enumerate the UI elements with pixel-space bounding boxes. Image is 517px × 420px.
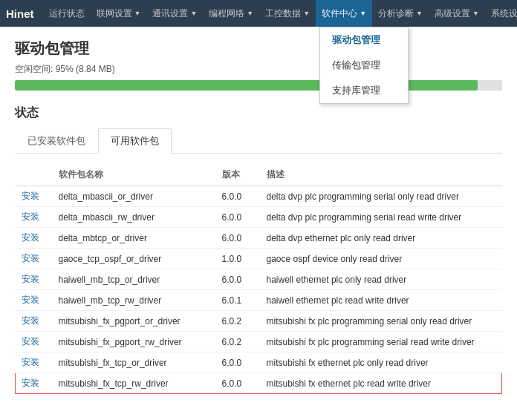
package-name: delta_mbascii_or_driver <box>53 186 216 207</box>
nav-item-通讯设置[interactable]: 通讯设置 ▼ <box>146 0 203 27</box>
package-name: mitsubishi_fx_pgport_or_driver <box>53 311 216 332</box>
tab-已安装软件包[interactable]: 已安装软件包 <box>15 128 98 154</box>
dropdown-item-支持库管理[interactable]: 支持库管理 <box>320 78 408 103</box>
install-action[interactable]: 安装 <box>16 207 53 228</box>
brand-logo: Hinet <box>6 7 34 20</box>
table-row: 安装gaoce_tcp_ospf_or_driver1.0.0gaoce osp… <box>16 249 502 269</box>
dropdown-item-传输包管理[interactable]: 传输包管理 <box>320 53 408 78</box>
package-desc: haiwell ethernet plc only read driver <box>261 269 502 290</box>
page-title: 驱动包管理 <box>15 39 502 59</box>
package-name: mitsubishi_fx_tcp_or_driver <box>53 352 216 373</box>
package-name: haiwell_mb_tcp_rw_driver <box>53 290 216 311</box>
install-button[interactable]: 安装 <box>22 336 39 347</box>
install-button[interactable]: 安装 <box>22 274 39 284</box>
package-version: 6.0.0 <box>216 186 261 207</box>
nav-item-分析诊断[interactable]: 分析诊断 ▼ <box>372 0 429 27</box>
package-desc: delta dvp ethernet plc only read driver <box>261 228 502 249</box>
main-content: 驱动包管理 空闲空间: 95% (8.84 MB) 状态 已安装软件包可用软件包… <box>0 27 517 406</box>
package-name: mitsubishi_fx_tcp_rw_driver <box>53 373 216 394</box>
tab-可用软件包[interactable]: 可用软件包 <box>98 128 172 154</box>
col-header-name: 软件包名称 <box>53 164 216 186</box>
chevron-down-icon: ▼ <box>247 10 253 17</box>
install-action[interactable]: 安装 <box>16 269 53 290</box>
install-action[interactable]: 安装 <box>16 352 53 373</box>
package-version: 6.0.2 <box>216 311 261 332</box>
package-version: 6.0.2 <box>216 332 261 352</box>
software-center-dropdown: 驱动包管理传输包管理支持库管理 <box>319 27 409 104</box>
navbar: Hinet 运行状态联网设置 ▼通讯设置 ▼编程网络 ▼工控数据 ▼软件中心 ▼… <box>0 0 517 27</box>
install-button[interactable]: 安装 <box>22 211 39 222</box>
table-row: 安装delta_mbascii_or_driver6.0.0delta dvp … <box>16 186 502 207</box>
table-row: 安装mitsubishi_fx_tcp_or_driver6.0.0mitsub… <box>16 352 502 373</box>
table-head: 软件包名称版本描述 <box>16 164 502 186</box>
table-row: 安装delta_mbtcp_or_driver6.0.0delta dvp et… <box>16 228 502 249</box>
package-version: 6.0.0 <box>216 269 261 290</box>
nav-item-运行状态[interactable]: 运行状态 <box>43 0 91 27</box>
package-name: mitsubishi_fx_pgport_rw_driver <box>53 332 216 352</box>
package-version: 6.0.0 <box>216 207 261 228</box>
chevron-down-icon: ▼ <box>134 10 141 17</box>
package-version: 6.0.0 <box>216 228 261 249</box>
storage-progress-bar <box>15 80 502 91</box>
package-name: gaoce_tcp_ospf_or_driver <box>53 249 216 269</box>
table-row: 安装mitsubishi_fx_tcp_rw_driver6.0.0mitsub… <box>16 373 502 394</box>
nav-item-系统设置[interactable]: 系统设置 ▼ <box>485 0 517 27</box>
chevron-down-icon: ▼ <box>360 10 366 17</box>
col-header-action <box>16 164 53 186</box>
install-action[interactable]: 安装 <box>16 332 53 352</box>
table-header-row: 软件包名称版本描述 <box>16 164 502 186</box>
install-button[interactable]: 安装 <box>22 191 39 201</box>
dropdown-item-驱动包管理[interactable]: 驱动包管理 <box>320 27 408 53</box>
nav-item-编程网络[interactable]: 编程网络 ▼ <box>203 0 259 27</box>
storage-info: 空闲空间: 95% (8.84 MB) <box>15 63 502 76</box>
section-title: 状态 <box>15 105 502 121</box>
table-row: 安装mitsubishi_fx_pgport_or_driver6.0.2mit… <box>16 311 502 332</box>
package-desc: mitsubishi fx ethernet plc only read dri… <box>261 352 502 373</box>
nav-item-软件中心[interactable]: 软件中心 ▼ <box>316 0 372 27</box>
package-desc: haiwell ethernet plc read write driver <box>261 290 502 311</box>
install-action[interactable]: 安装 <box>16 290 53 311</box>
package-version: 6.0.0 <box>216 352 261 373</box>
package-version: 6.0.1 <box>216 290 261 311</box>
table-row: 安装delta_mbascii_rw_driver6.0.0delta dvp … <box>16 207 502 228</box>
tabs: 已安装软件包可用软件包 <box>15 128 502 154</box>
package-desc: gaoce ospf device only read driver <box>261 249 502 269</box>
install-button[interactable]: 安装 <box>22 253 39 263</box>
install-action[interactable]: 安装 <box>16 373 53 394</box>
package-desc: mitsubishi fx plc programming serial onl… <box>261 311 502 332</box>
nav-item-工控数据[interactable]: 工控数据 ▼ <box>259 0 316 27</box>
nav-item-联网设置[interactable]: 联网设置 ▼ <box>91 0 147 27</box>
install-button[interactable]: 安装 <box>22 295 39 305</box>
package-desc: mitsubishi fx plc programming serial rea… <box>261 332 502 352</box>
install-button[interactable]: 安装 <box>22 315 39 326</box>
chevron-down-icon: ▼ <box>190 10 197 17</box>
col-header-version: 版本 <box>216 164 261 186</box>
package-version: 6.0.0 <box>216 373 261 394</box>
install-button[interactable]: 安装 <box>22 232 39 243</box>
install-action[interactable]: 安装 <box>16 186 53 207</box>
install-button[interactable]: 安装 <box>22 378 39 388</box>
package-desc: delta dvp plc programming serial read wr… <box>261 207 502 228</box>
chevron-down-icon: ▼ <box>472 10 479 17</box>
table-body: 安装delta_mbascii_or_driver6.0.0delta dvp … <box>16 186 502 394</box>
table-row: 安装haiwell_mb_tcp_or_driver6.0.0haiwell e… <box>16 269 502 290</box>
package-name: delta_mbascii_rw_driver <box>53 207 216 228</box>
nav-items: 运行状态联网设置 ▼通讯设置 ▼编程网络 ▼工控数据 ▼软件中心 ▼分析诊断 ▼… <box>43 0 518 27</box>
table-row: 安装haiwell_mb_tcp_rw_driver6.0.1haiwell e… <box>16 290 502 311</box>
package-desc: delta dvp plc programming serial only re… <box>261 186 502 207</box>
package-table: 软件包名称版本描述 安装delta_mbascii_or_driver6.0.0… <box>15 164 502 394</box>
install-button[interactable]: 安装 <box>22 357 39 367</box>
package-name: delta_mbtcp_or_driver <box>53 228 216 249</box>
package-version: 1.0.0 <box>216 249 261 269</box>
col-header-desc: 描述 <box>261 164 502 186</box>
package-name: haiwell_mb_tcp_or_driver <box>53 269 216 290</box>
chevron-down-icon: ▼ <box>416 10 423 17</box>
install-action[interactable]: 安装 <box>16 311 53 332</box>
package-desc: mitsubishi fx ethernet plc read write dr… <box>261 373 502 394</box>
nav-item-高级设置[interactable]: 高级设置 ▼ <box>429 0 485 27</box>
table-row: 安装mitsubishi_fx_pgport_rw_driver6.0.2mit… <box>16 332 502 352</box>
install-action[interactable]: 安装 <box>16 228 53 249</box>
install-action[interactable]: 安装 <box>16 249 53 269</box>
chevron-down-icon: ▼ <box>303 10 310 17</box>
